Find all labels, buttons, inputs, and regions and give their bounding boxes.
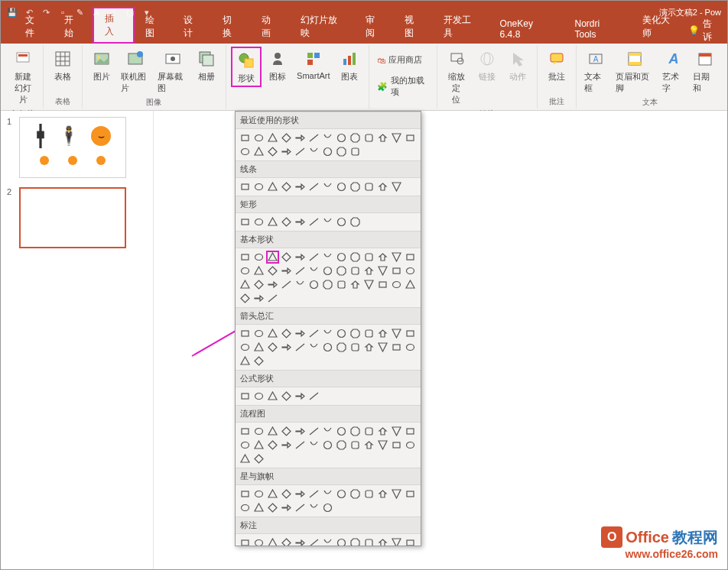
shape-option[interactable] [266,341,279,354]
tab-developer[interactable]: 开发工具 [433,10,489,44]
shape-option[interactable] [280,536,293,546]
font-icon[interactable]: A [91,7,102,18]
shape-option[interactable] [307,215,320,228]
shape-option[interactable] [294,327,307,340]
addins-button[interactable]: 🧩 我的加载项 [374,73,432,99]
shape-option[interactable] [280,131,293,144]
shape-icon[interactable]: ◇ [108,7,119,18]
shape-option[interactable] [376,487,389,500]
shape-option[interactable] [280,390,293,403]
shape-option[interactable] [307,439,320,452]
shape-option[interactable] [335,131,348,144]
icons-button[interactable]: 图标 [263,47,292,84]
shape-option[interactable] [280,145,293,158]
shape-option[interactable] [239,487,252,500]
shape-option[interactable] [376,425,389,438]
brush-icon[interactable]: ✎ [74,7,85,18]
shape-option[interactable] [321,341,334,354]
shape-option[interactable] [239,131,252,144]
shape-option[interactable] [349,487,362,500]
shape-option[interactable] [280,425,293,438]
shape-option[interactable] [280,180,293,193]
shape-option[interactable] [239,390,252,403]
shape-option[interactable] [239,180,252,193]
shape-option[interactable] [390,264,403,277]
start-icon[interactable]: ▫ [57,7,68,18]
slide-thumb-1[interactable]: 1 🕴 ⌣ [7,117,147,178]
shape-option[interactable] [362,425,375,438]
shape-option[interactable] [239,215,252,228]
shape-option[interactable] [239,292,252,305]
shape-option[interactable] [239,439,252,452]
shape-option[interactable] [280,327,293,340]
tab-animations[interactable]: 动画 [251,10,290,44]
shape-option[interactable] [390,251,403,264]
date-button[interactable]: 日期和 [690,47,720,96]
shape-option[interactable] [307,278,320,291]
shape-option[interactable] [376,251,389,264]
textbox-button[interactable]: A 文本框 [581,47,611,96]
picture-button[interactable]: 图片 [87,47,116,84]
shapes-button[interactable]: 形状 [231,47,262,87]
wordart-button[interactable]: A 艺术字 [659,47,689,96]
shape-option[interactable] [349,180,362,193]
tell-me[interactable]: 💡 告诉 [688,18,720,44]
slide-thumb-2[interactable]: 2 [7,187,147,248]
shape-option[interactable] [294,264,307,277]
shape-option[interactable] [239,278,252,291]
shape-option[interactable] [390,487,403,500]
shape-option[interactable] [335,264,348,277]
shape-option[interactable] [239,536,252,546]
tab-slideshow[interactable]: 幻灯片放映 [290,10,355,44]
headerfooter-button[interactable]: 页眉和页脚 [613,47,658,96]
shape-option[interactable] [390,131,403,144]
store-button[interactable]: 🛍 应用商店 [374,53,425,67]
shape-option[interactable] [349,439,362,452]
shape-option[interactable] [335,215,348,228]
shape-option[interactable] [349,425,362,438]
shape-option[interactable] [321,536,334,546]
shape-option[interactable] [321,264,334,277]
shape-option[interactable] [321,439,334,452]
shape-option[interactable] [376,341,389,354]
shape-option[interactable] [294,425,307,438]
shape-option[interactable] [404,487,417,500]
shape-option[interactable] [252,145,265,158]
shape-option[interactable] [266,327,279,340]
shape-option[interactable] [390,341,403,354]
shape-option[interactable] [321,131,334,144]
shape-option[interactable] [349,278,362,291]
shape-option[interactable] [239,425,252,438]
shape-option[interactable] [307,264,320,277]
shape-option[interactable] [252,264,265,277]
shape-option[interactable] [335,251,348,264]
shape-option[interactable] [335,439,348,452]
shape-option[interactable] [252,341,265,354]
shape-option[interactable] [266,264,279,277]
shape-option[interactable] [239,341,252,354]
shape-option[interactable] [376,131,389,144]
shape-option[interactable] [349,341,362,354]
tab-nordri[interactable]: Nordri Tools [564,15,632,44]
tab-view[interactable]: 视图 [394,10,433,44]
shape-option[interactable] [266,487,279,500]
shape-option[interactable] [390,180,403,193]
shape-option[interactable] [335,536,348,546]
shape-option[interactable] [404,341,417,354]
album-button[interactable]: 相册 [192,47,221,84]
shape-option[interactable] [349,215,362,228]
shape-option[interactable] [294,278,307,291]
shape-option[interactable] [362,180,375,193]
shape-option[interactable] [252,355,265,368]
shape-option[interactable] [266,501,279,514]
shape-option[interactable] [294,390,307,403]
tab-transitions[interactable]: 切换 [212,10,251,44]
shape-option[interactable] [404,439,417,452]
shape-option[interactable] [307,145,320,158]
tab-design[interactable]: 设计 [173,10,212,44]
save2-icon[interactable]: ▢ [125,7,135,18]
shape-option[interactable] [280,278,293,291]
shape-option[interactable] [266,439,279,452]
shape-option[interactable] [280,215,293,228]
shape-option[interactable] [362,278,375,291]
